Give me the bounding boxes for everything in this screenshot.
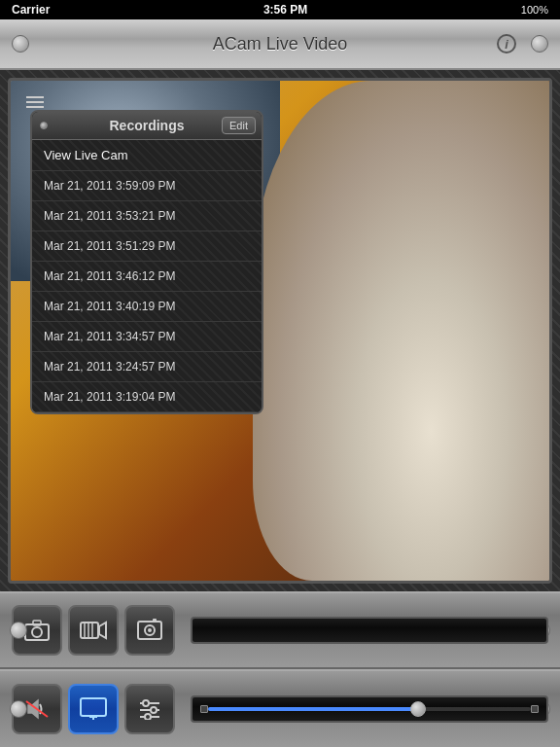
recordings-title: Recordings [109, 118, 184, 133]
cat-fur [253, 81, 549, 581]
time-text: 3:56 PM [263, 3, 307, 17]
recordings-dot [40, 122, 48, 129]
slider-end-mark [531, 705, 539, 713]
list-item[interactable]: Mar 21, 2011 3:53:21 PM [32, 201, 262, 231]
screw-top-left [12, 35, 29, 53]
controls-strip-2 [0, 669, 560, 747]
svg-rect-3 [81, 622, 98, 638]
speaker-button[interactable] [12, 684, 62, 734]
battery-text: 100% [521, 4, 548, 16]
slider-thumb[interactable] [410, 701, 426, 717]
svg-point-20 [151, 707, 157, 713]
list-item[interactable]: View Live Cam [32, 140, 262, 171]
controls-strip-1 [0, 591, 560, 669]
camera-button[interactable] [12, 605, 62, 656]
info-button[interactable]: i [497, 34, 516, 53]
title-bar-screws [0, 35, 560, 53]
screenshot-button[interactable] [124, 605, 175, 656]
title-bar: ACam Live Video i [0, 19, 560, 70]
edit-button[interactable]: Edit [222, 117, 256, 134]
list-item[interactable]: Mar 21, 2011 3:51:29 PM [32, 231, 262, 262]
recordings-header: Recordings Edit [32, 112, 262, 140]
list-item[interactable]: Mar 21, 2011 3:24:57 PM [32, 352, 262, 382]
record-button[interactable] [68, 605, 119, 656]
progress-bar [191, 617, 548, 644]
status-bar: Carrier 3:56 PM 100% [0, 0, 560, 19]
svg-point-10 [148, 628, 152, 632]
slider-start-mark [200, 705, 208, 713]
list-item[interactable]: Mar 21, 2011 3:46:12 PM [32, 262, 262, 292]
list-item[interactable]: Mar 21, 2011 3:40:19 PM [32, 292, 262, 322]
svg-marker-4 [99, 622, 106, 638]
slider-fill [208, 707, 418, 711]
svg-point-22 [145, 714, 151, 720]
svg-point-18 [143, 700, 149, 706]
list-item[interactable]: Mar 21, 2011 3:34:57 PM [32, 322, 262, 352]
slider-track-area [200, 705, 539, 713]
app-container: ACam Live Video i Recordings Edit View L… [0, 19, 560, 747]
settings-button[interactable] [124, 684, 175, 734]
volume-slider[interactable] [191, 695, 548, 723]
menu-button[interactable] [22, 92, 48, 112]
list-item[interactable]: Mar 21, 2011 3:19:04 PM [32, 382, 262, 412]
screw-top-right [531, 35, 548, 53]
menu-line-3 [26, 106, 44, 108]
display-button[interactable] [68, 684, 119, 734]
menu-line-2 [26, 101, 44, 103]
slider-track [208, 707, 531, 711]
recordings-panel: Recordings Edit View Live Cam Mar 21, 20… [30, 110, 263, 414]
carrier-text: Carrier [12, 3, 50, 17]
video-area: Recordings Edit View Live Cam Mar 21, 20… [8, 78, 552, 584]
svg-rect-11 [153, 619, 157, 622]
recordings-list: View Live Cam Mar 21, 2011 3:59:09 PM Ma… [32, 140, 262, 412]
list-item[interactable]: Mar 21, 2011 3:59:09 PM [32, 171, 262, 201]
menu-line-1 [26, 96, 44, 98]
svg-rect-14 [81, 698, 106, 716]
svg-rect-2 [33, 621, 41, 625]
svg-point-1 [32, 627, 42, 637]
